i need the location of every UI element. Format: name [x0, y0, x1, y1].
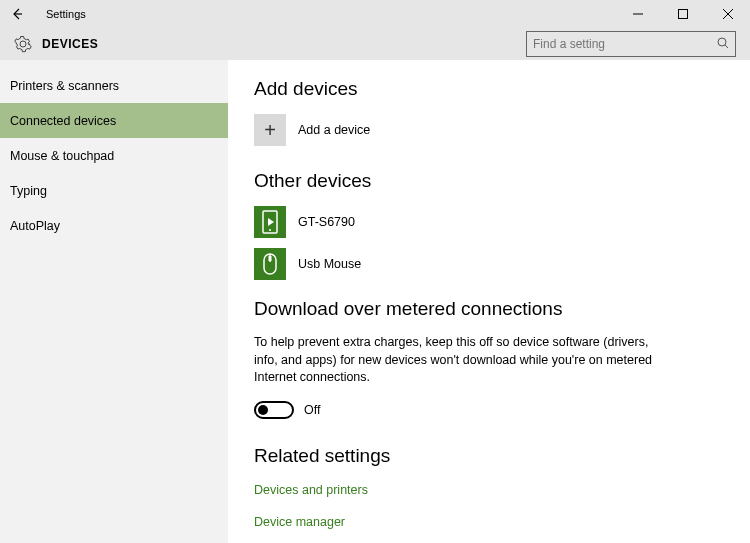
device-name: Usb Mouse — [298, 257, 361, 271]
link-device-manager[interactable]: Device manager — [254, 515, 724, 529]
window-title: Settings — [46, 8, 86, 20]
heading-metered: Download over metered connections — [254, 298, 724, 320]
toggle-knob — [258, 405, 268, 415]
metered-toggle[interactable] — [254, 401, 294, 419]
search-box[interactable] — [526, 31, 736, 57]
sidebar-item-label: Typing — [10, 184, 47, 198]
sidebar-item-connected-devices[interactable]: Connected devices — [0, 103, 228, 138]
device-item[interactable]: GT-S6790 — [254, 206, 724, 238]
content: Add devices + Add a device Other devices… — [228, 60, 750, 543]
plus-icon: + — [254, 114, 286, 146]
svg-rect-11 — [269, 256, 272, 261]
search-input[interactable] — [533, 37, 717, 51]
svg-point-4 — [718, 38, 726, 46]
page-title: DEVICES — [42, 37, 98, 51]
svg-marker-7 — [268, 218, 274, 226]
gear-icon — [14, 35, 32, 53]
minimize-icon — [633, 9, 643, 19]
back-arrow-icon — [10, 7, 24, 21]
sidebar-item-label: Printers & scanners — [10, 79, 119, 93]
maximize-button[interactable] — [660, 0, 705, 28]
toggle-state-label: Off — [304, 403, 320, 417]
heading-other-devices: Other devices — [254, 170, 724, 192]
device-phone-icon — [254, 206, 286, 238]
add-device-button[interactable]: + Add a device — [254, 114, 724, 146]
search-icon — [717, 37, 729, 52]
sidebar-item-typing[interactable]: Typing — [0, 173, 228, 208]
heading-related: Related settings — [254, 445, 724, 467]
maximize-icon — [678, 9, 688, 19]
device-name: GT-S6790 — [298, 215, 355, 229]
window-controls — [615, 0, 750, 28]
link-devices-printers[interactable]: Devices and printers — [254, 483, 724, 497]
header: DEVICES — [0, 28, 750, 60]
device-item[interactable]: Usb Mouse — [254, 248, 724, 280]
close-button[interactable] — [705, 0, 750, 28]
metered-description: To help prevent extra charges, keep this… — [254, 334, 654, 387]
sidebar-item-label: AutoPlay — [10, 219, 60, 233]
sidebar-item-autoplay[interactable]: AutoPlay — [0, 208, 228, 243]
sidebar-item-printers[interactable]: Printers & scanners — [0, 68, 228, 103]
minimize-button[interactable] — [615, 0, 660, 28]
close-icon — [723, 9, 733, 19]
sidebar: Printers & scanners Connected devices Mo… — [0, 60, 228, 543]
svg-rect-1 — [678, 10, 687, 19]
titlebar: Settings — [0, 0, 750, 28]
add-device-label: Add a device — [298, 123, 370, 137]
heading-add-devices: Add devices — [254, 78, 724, 100]
svg-line-5 — [725, 45, 728, 48]
device-mouse-icon — [254, 248, 286, 280]
sidebar-item-label: Mouse & touchpad — [10, 149, 114, 163]
sidebar-item-label: Connected devices — [10, 114, 116, 128]
sidebar-item-mouse-touchpad[interactable]: Mouse & touchpad — [0, 138, 228, 173]
back-button[interactable] — [10, 7, 46, 21]
svg-point-8 — [269, 229, 271, 231]
